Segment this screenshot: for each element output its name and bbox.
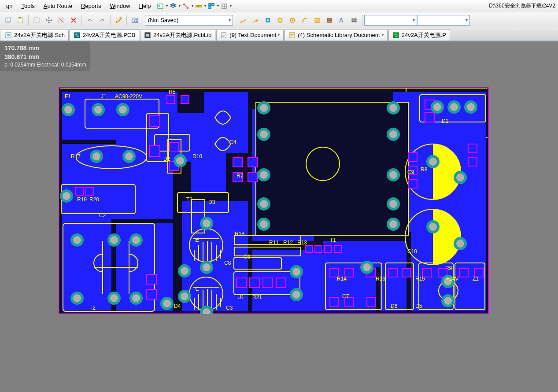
browse-button[interactable] <box>129 15 140 26</box>
place-poly-button[interactable] <box>324 15 335 26</box>
tab-pcb[interactable]: 24v2A开关电源.PCB <box>70 29 139 41</box>
svg-point-108 <box>61 191 72 201</box>
svg-text:R15: R15 <box>415 276 425 282</box>
menu-design[interactable]: gn <box>2 2 17 10</box>
toolbar-icon-netlist[interactable] <box>181 1 191 11</box>
pcb-workspace[interactable]: 170.788 mm 380.871 mm p: 0.0254mm Electr… <box>0 41 558 392</box>
edit-button[interactable] <box>113 15 124 26</box>
layer-combo[interactable]: (Not Saved) <box>145 15 233 26</box>
tab-schlib[interactable]: (4) Schematic Library Document ▾ <box>285 29 387 41</box>
svg-point-132 <box>291 266 302 277</box>
clear-button[interactable] <box>68 15 79 26</box>
svg-rect-6 <box>209 7 211 9</box>
chevron-down-icon[interactable]: ▾ <box>278 33 280 37</box>
svg-text:C3: C3 <box>226 305 233 311</box>
place-pad-button[interactable] <box>274 15 286 26</box>
deselect-button[interactable] <box>55 15 67 26</box>
toolbar-icon-grid[interactable] <box>219 1 229 11</box>
menu-tools[interactable]: Tools <box>17 2 39 10</box>
svg-point-136 <box>455 172 466 183</box>
svg-text:Z1: Z1 <box>473 276 479 282</box>
svg-point-139 <box>432 102 443 112</box>
svg-point-105 <box>118 104 128 115</box>
tab-pcblib[interactable]: 24v2A开关电源.PcbLib <box>140 29 215 41</box>
svg-text:R13: R13 <box>297 240 307 246</box>
svg-point-141 <box>466 102 476 112</box>
move-button[interactable] <box>43 15 55 26</box>
svg-point-126 <box>259 219 269 229</box>
place-fill-button[interactable] <box>311 15 323 26</box>
svg-text:R10: R10 <box>192 153 202 159</box>
pcb-view[interactable]: F1J1AC90-220VR5C4R17R19R20C2R7R10D2T3D3R… <box>59 87 489 314</box>
svg-point-120 <box>201 307 212 314</box>
svg-point-115 <box>131 293 141 303</box>
place-hole-button[interactable] <box>287 15 298 26</box>
svg-text:C10: C10 <box>407 248 417 255</box>
svg-point-103 <box>63 104 74 115</box>
svg-rect-8 <box>7 17 11 22</box>
tab-label: (4) Schematic Library Document <box>298 32 380 38</box>
place-string-button[interactable]: A <box>336 15 347 26</box>
svg-rect-69 <box>147 289 156 299</box>
svg-rect-70 <box>233 157 243 167</box>
toolbar-icon-script[interactable] <box>155 1 165 11</box>
svg-text:D3: D3 <box>208 199 215 205</box>
svg-point-116 <box>109 235 119 245</box>
redo-button[interactable] <box>96 15 108 26</box>
place-component-button[interactable] <box>348 15 360 26</box>
svg-rect-76 <box>325 245 332 252</box>
combo-1[interactable] <box>364 15 417 26</box>
toolbar-icon-manager[interactable] <box>207 1 216 11</box>
snap-info: p: 0.0254mm Electrical: 0.0254mm <box>4 61 86 69</box>
menu-window[interactable]: Window <box>105 2 134 10</box>
paste-button[interactable] <box>15 15 26 26</box>
svg-rect-81 <box>330 297 339 306</box>
svg-point-34 <box>394 33 395 35</box>
svg-point-109 <box>175 155 185 166</box>
svg-text:F1: F1 <box>65 93 71 100</box>
svg-point-124 <box>259 170 269 180</box>
select-rect-button[interactable] <box>31 15 42 26</box>
place-via-button[interactable] <box>262 15 273 26</box>
svg-text:C7: C7 <box>342 293 349 300</box>
svg-text:R7: R7 <box>237 173 244 179</box>
svg-point-27 <box>75 33 77 35</box>
svg-text:AC90-220V: AC90-220V <box>115 93 142 100</box>
svg-rect-90 <box>408 153 417 162</box>
svg-point-119 <box>201 262 212 273</box>
toolbar-icon-measure[interactable] <box>194 1 203 11</box>
pcb-canvas[interactable]: F1J1AC90-220VR5C4R17R19R20C2R7R10D2T3D3R… <box>59 87 489 314</box>
pcblib-icon <box>144 32 151 39</box>
menu-help[interactable]: Help <box>135 2 155 10</box>
tab-text[interactable]: (9) Text Document ▾ <box>216 29 284 41</box>
route-diff-button[interactable] <box>250 15 261 26</box>
tab-sch[interactable]: 24v2A开关电源.Sch <box>1 29 69 41</box>
toolbar-icon-layers[interactable] <box>168 1 178 11</box>
svg-text:R21: R21 <box>252 294 262 300</box>
svg-rect-75 <box>315 245 322 252</box>
svg-rect-32 <box>289 33 295 38</box>
copy-button[interactable] <box>2 15 14 26</box>
svg-rect-71 <box>248 157 258 167</box>
svg-point-114 <box>131 235 141 245</box>
svg-rect-26 <box>74 33 80 38</box>
chevron-down-icon[interactable]: ▾ <box>382 33 384 37</box>
svg-rect-98 <box>250 278 259 288</box>
tab-pcb-2[interactable]: 24v2A开关电源.P <box>388 29 450 41</box>
svg-text:C2: C2 <box>99 212 106 218</box>
svg-point-130 <box>388 199 399 209</box>
route-track-button[interactable] <box>237 15 249 26</box>
svg-rect-100 <box>276 278 286 288</box>
svg-rect-10 <box>19 17 21 18</box>
menu-auto-route[interactable]: Auto Route <box>39 2 77 10</box>
tab-label: 24v2A开关电源.PCB <box>83 31 135 39</box>
svg-rect-37 <box>256 102 408 235</box>
svg-rect-102 <box>181 96 189 104</box>
place-arc-button[interactable] <box>299 15 310 26</box>
svg-rect-84 <box>389 268 398 277</box>
combo-2[interactable] <box>417 15 470 26</box>
svg-text:T1: T1 <box>330 237 336 243</box>
undo-button[interactable] <box>84 15 96 26</box>
svg-point-123 <box>259 129 269 140</box>
menu-reports[interactable]: Reports <box>77 2 106 10</box>
